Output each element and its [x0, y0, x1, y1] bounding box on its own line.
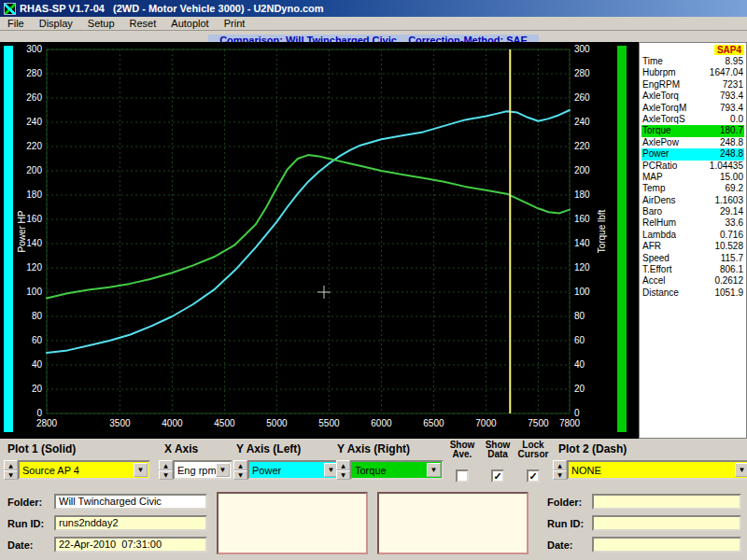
menu-bar: FileDisplaySetupResetAutoplotPrint — [0, 17, 747, 31]
readout-row-lambda: Lambda0.716 — [641, 230, 744, 241]
readout-label: Torque — [642, 125, 671, 136]
readout-value: 115.7 — [721, 253, 743, 264]
readout-row-accel: Accel0.2612 — [641, 275, 744, 287]
readout-label: Temp — [642, 183, 665, 194]
right-tick-label: 300 — [574, 44, 590, 54]
readout-value: 15.00 — [720, 172, 743, 183]
spinner-up-icon[interactable]: ▲ — [159, 460, 173, 470]
readout-value: 1647.04 — [710, 67, 743, 78]
spinner-down-icon[interactable]: ▼ — [4, 470, 18, 481]
yright-value: Torque — [355, 465, 387, 476]
right-tick-label: 60 — [574, 335, 585, 345]
folder-field-left[interactable]: Will Twincharged Civic — [54, 494, 207, 510]
right-tick-label: 20 — [574, 384, 585, 394]
menu-setup[interactable]: Setup — [80, 17, 122, 31]
readout-label: Baro — [642, 206, 662, 217]
xaxis-section-label: X Axis — [164, 442, 198, 455]
menu-print[interactable]: Print — [217, 17, 253, 31]
notes-box-1 — [217, 492, 368, 554]
readout-row-power: Power248.8 — [641, 148, 744, 160]
plot1-combo-group: ▲ ▼ Source AP 4 ▼ — [4, 460, 150, 480]
readout-value: 7231 — [723, 79, 743, 91]
x-tick-label: 7800 — [559, 418, 581, 428]
readout-label: Speed — [642, 253, 669, 264]
right-tick-label: 220 — [574, 141, 590, 151]
app-icon — [4, 3, 16, 15]
plot2-select[interactable]: NONE ▼ — [567, 460, 747, 480]
x-tick-label: 4500 — [214, 418, 235, 428]
readout-row-temp: Temp69.2 — [641, 183, 744, 194]
plot1-value: Source AP 4 — [22, 465, 79, 476]
dropdown-arrow-icon[interactable]: ▼ — [216, 463, 230, 477]
readout-label: EngRPM — [642, 79, 680, 91]
runid-field-left[interactable]: runs2ndday2 — [54, 515, 207, 531]
readout-value: 1051.9 — [714, 287, 743, 299]
left-tick-label: 140 — [26, 238, 42, 248]
readout-value: 180.7 — [720, 125, 743, 136]
left-tick-label: 260 — [26, 92, 42, 103]
spinner-up-icon[interactable]: ▲ — [336, 460, 350, 470]
readout-row-axlepow: AxlePow248.8 — [641, 137, 744, 148]
show-ave-checkbox[interactable] — [456, 469, 469, 483]
left-tick-label: 120 — [26, 262, 42, 273]
left-tick-label: 160 — [26, 214, 42, 224]
right-tick-label: 260 — [574, 92, 590, 103]
yleft-select[interactable]: Power ▼ — [247, 460, 341, 480]
menu-reset[interactable]: Reset — [122, 17, 164, 31]
yleft-spinner: ▲ ▼ — [233, 460, 247, 480]
right-tick-label: 0 — [574, 408, 580, 418]
readout-row-airdens: AirDens1.1603 — [641, 195, 744, 206]
folder-label-right: Folder: — [547, 497, 582, 508]
spinner-up-icon[interactable]: ▲ — [233, 460, 247, 470]
yleft-value: Power — [252, 465, 281, 476]
dropdown-arrow-icon[interactable]: ▼ — [735, 463, 747, 477]
spinner-up-icon[interactable]: ▲ — [4, 460, 18, 470]
readout-label: AxlePow — [642, 137, 679, 148]
readout-value: 793.4 — [720, 91, 743, 102]
xaxis-combo-group: ▲ ▼ Eng rpm ▼ — [159, 460, 233, 480]
readout-row-speed: Speed115.7 — [641, 253, 744, 264]
runid-field-right[interactable] — [592, 515, 741, 531]
readout-value: 33.6 — [726, 217, 743, 229]
date-field-left[interactable]: 22-Apr-2010 07:31:00 — [54, 537, 207, 553]
right-tick-label: 40 — [574, 359, 585, 370]
readout-row-axletorqm: AxleTorqM793.4 — [641, 103, 744, 114]
show-ave-label: Show Ave. — [444, 441, 481, 459]
show-data-checkbox[interactable]: ✓ — [491, 469, 504, 483]
chart-background — [0, 42, 639, 439]
dyno-chart[interactable]: 0020204040606080801001001201201401401601… — [0, 42, 639, 439]
spinner-down-icon[interactable]: ▼ — [159, 470, 173, 481]
left-tick-label: 220 — [26, 141, 42, 151]
readout-label: AxleTorqM — [642, 103, 686, 114]
menu-autoplot[interactable]: Autoplot — [163, 17, 216, 31]
spinner-down-icon[interactable]: ▼ — [553, 470, 567, 481]
folder-field-right[interactable] — [592, 494, 741, 510]
readout-row-map: MAP15.00 — [641, 172, 744, 183]
readout-value: 69.2 — [726, 183, 743, 194]
lock-cursor-checkbox[interactable]: ✓ — [527, 469, 540, 483]
spinner-up-icon[interactable]: ▲ — [553, 460, 567, 470]
readout-row-pcratio: PCRatio1.04435 — [641, 161, 744, 172]
left-tick-label: 100 — [26, 287, 42, 297]
date-field-right[interactable] — [592, 537, 741, 553]
right-tick-label: 140 — [574, 238, 590, 248]
yright-spinner: ▲ ▼ — [336, 460, 350, 480]
dropdown-arrow-icon[interactable]: ▼ — [134, 463, 148, 477]
readout-label: AxleTorq — [642, 91, 679, 102]
xaxis-select[interactable]: Eng rpm ▼ — [173, 460, 233, 480]
readout-value: 8.95 — [726, 56, 743, 67]
plot1-select[interactable]: Source AP 4 ▼ — [18, 460, 150, 480]
menu-file[interactable]: File — [0, 17, 32, 31]
menu-display[interactable]: Display — [32, 17, 80, 31]
dropdown-arrow-icon[interactable]: ▼ — [427, 463, 441, 477]
main-region: 0020204040606080801001001201201401401601… — [0, 42, 747, 439]
readout-value: 1.04435 — [710, 161, 743, 172]
yright-select[interactable]: Torque ▼ — [350, 460, 444, 480]
spinner-down-icon[interactable]: ▼ — [233, 470, 247, 481]
spinner-down-icon[interactable]: ▼ — [336, 470, 350, 481]
yright-combo-group: ▲ ▼ Torque ▼ — [336, 460, 444, 480]
readout-header-row: SAP4 — [641, 44, 744, 56]
left-tick-label: 40 — [32, 359, 43, 370]
plot1-spinner: ▲ ▼ — [4, 460, 18, 480]
readout-label: MAP — [642, 172, 663, 183]
